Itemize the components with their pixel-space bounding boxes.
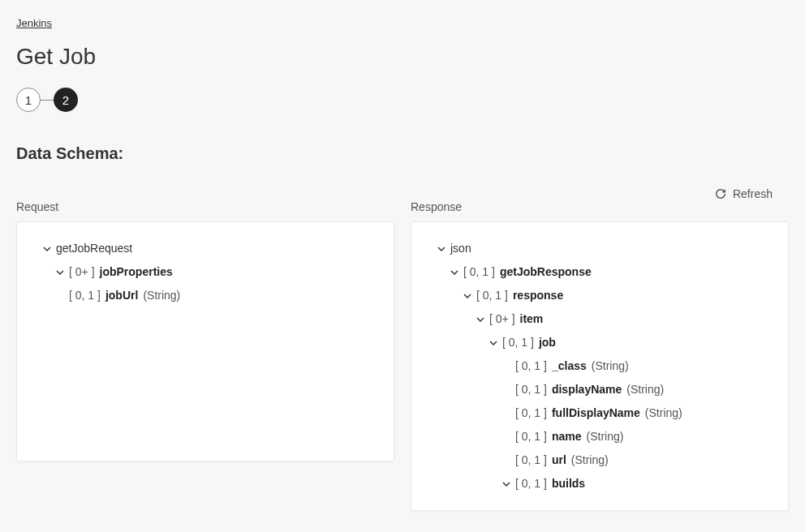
- tree-node-response[interactable]: [ 0, 1 ] response: [424, 284, 775, 307]
- node-name: json: [450, 240, 471, 257]
- request-label: Request: [16, 200, 394, 213]
- response-column: Response json [ 0, 1 ] getJobResponse [ …: [411, 200, 789, 511]
- page-title: Get Job: [16, 44, 789, 70]
- node-type: (String): [645, 405, 682, 422]
- chevron-down-icon: [56, 268, 64, 277]
- node-name: displayName: [552, 381, 622, 398]
- stepper: 1 2: [16, 88, 789, 112]
- refresh-icon: [715, 188, 726, 200]
- response-panel: json [ 0, 1 ] getJobResponse [ 0, 1 ] re…: [411, 221, 789, 511]
- tree-node-namefield[interactable]: [ 0, 1 ] name (String): [424, 425, 775, 448]
- chevron-down-icon: [450, 268, 458, 277]
- chevron-down-icon: [502, 480, 510, 488]
- node-name: url: [552, 452, 566, 469]
- node-cardinality: [ 0+ ]: [69, 264, 95, 281]
- node-name: fullDisplayName: [552, 405, 640, 422]
- tree-node-joburl[interactable]: [ 0, 1 ] jobUrl (String): [30, 284, 381, 307]
- chevron-down-icon: [476, 315, 484, 324]
- tree-node-displayname[interactable]: [ 0, 1 ] displayName (String): [424, 378, 775, 401]
- node-cardinality: [ 0+ ]: [489, 311, 515, 328]
- node-cardinality: [ 0, 1 ]: [515, 358, 547, 375]
- node-name: item: [520, 311, 544, 328]
- response-label: Response: [411, 200, 789, 213]
- tree-node-jobproperties[interactable]: [ 0+ ] jobProperties: [30, 260, 381, 284]
- chevron-down-icon: [489, 339, 497, 347]
- tree-node-builds[interactable]: [ 0, 1 ] builds: [424, 472, 775, 496]
- node-cardinality: [ 0, 1 ]: [502, 334, 534, 351]
- node-type: (String): [143, 287, 180, 304]
- section-heading-data-schema: Data Schema:: [16, 144, 789, 163]
- node-name: jobProperties: [100, 264, 173, 281]
- tree-node-item[interactable]: [ 0+ ] item: [424, 307, 775, 331]
- node-cardinality: [ 0, 1 ]: [515, 405, 547, 422]
- tree-node-json[interactable]: json: [424, 237, 775, 260]
- step-2[interactable]: 2: [54, 88, 78, 112]
- node-name: jobUrl: [105, 287, 138, 304]
- tree-node-getjobrequest[interactable]: getJobRequest: [30, 237, 381, 260]
- chevron-down-icon: [437, 245, 446, 253]
- breadcrumb-jenkins[interactable]: Jenkins: [16, 17, 52, 29]
- request-column: Request getJobRequest [ 0+ ] jobProperti…: [16, 200, 394, 511]
- node-cardinality: [ 0, 1 ]: [515, 475, 547, 492]
- node-cardinality: [ 0, 1 ]: [476, 287, 508, 304]
- node-cardinality: [ 0, 1 ]: [69, 287, 101, 304]
- chevron-down-icon: [43, 245, 51, 253]
- tree-node-getjobresponse[interactable]: [ 0, 1 ] getJobResponse: [424, 260, 775, 284]
- node-type: (String): [626, 381, 664, 398]
- node-name: job: [539, 334, 556, 351]
- step-1[interactable]: 1: [16, 88, 41, 112]
- tree-node-class[interactable]: [ 0, 1 ] _class (String): [424, 354, 775, 378]
- node-name: getJobRequest: [56, 240, 132, 257]
- node-cardinality: [ 0, 1 ]: [515, 428, 547, 445]
- node-cardinality: [ 0, 1 ]: [463, 264, 495, 281]
- tree-node-fulldisplayname[interactable]: [ 0, 1 ] fullDisplayName (String): [424, 401, 775, 425]
- node-name: builds: [552, 475, 585, 492]
- node-name: getJobResponse: [500, 264, 592, 281]
- refresh-button[interactable]: Refresh: [16, 187, 789, 200]
- tree-node-url[interactable]: [ 0, 1 ] url (String): [424, 448, 775, 472]
- step-connector: [41, 100, 54, 101]
- node-name: response: [513, 287, 563, 304]
- node-name: name: [552, 428, 582, 445]
- chevron-down-icon: [463, 292, 471, 300]
- node-type: (String): [592, 358, 629, 375]
- refresh-label: Refresh: [733, 187, 773, 200]
- tree-node-job[interactable]: [ 0, 1 ] job: [424, 331, 775, 354]
- node-name: _class: [552, 358, 587, 375]
- node-cardinality: [ 0, 1 ]: [515, 381, 547, 398]
- node-type: (String): [587, 428, 624, 445]
- node-type: (String): [571, 452, 609, 469]
- node-cardinality: [ 0, 1 ]: [515, 452, 547, 469]
- request-panel: getJobRequest [ 0+ ] jobProperties [ 0, …: [16, 221, 394, 461]
